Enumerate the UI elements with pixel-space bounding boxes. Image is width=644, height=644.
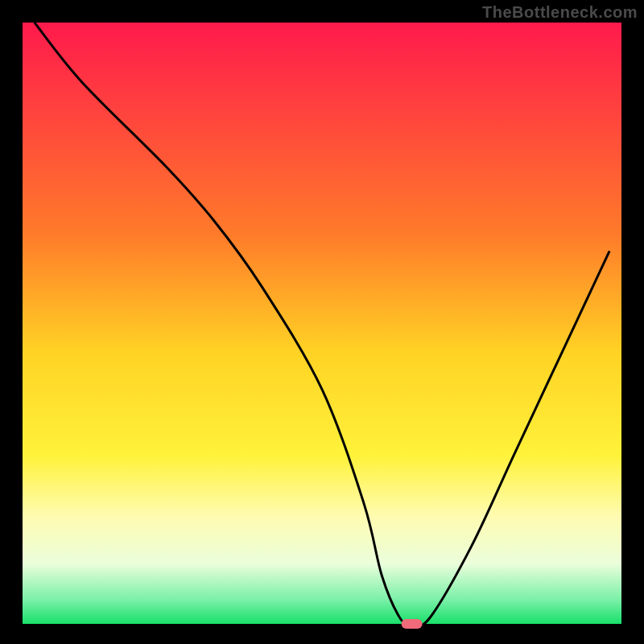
- watermark-text: TheBottleneck.com: [482, 3, 638, 22]
- optimal-marker: [402, 619, 423, 629]
- bottleneck-chart: [0, 0, 644, 644]
- chart-frame: TheBottleneck.com: [0, 0, 644, 644]
